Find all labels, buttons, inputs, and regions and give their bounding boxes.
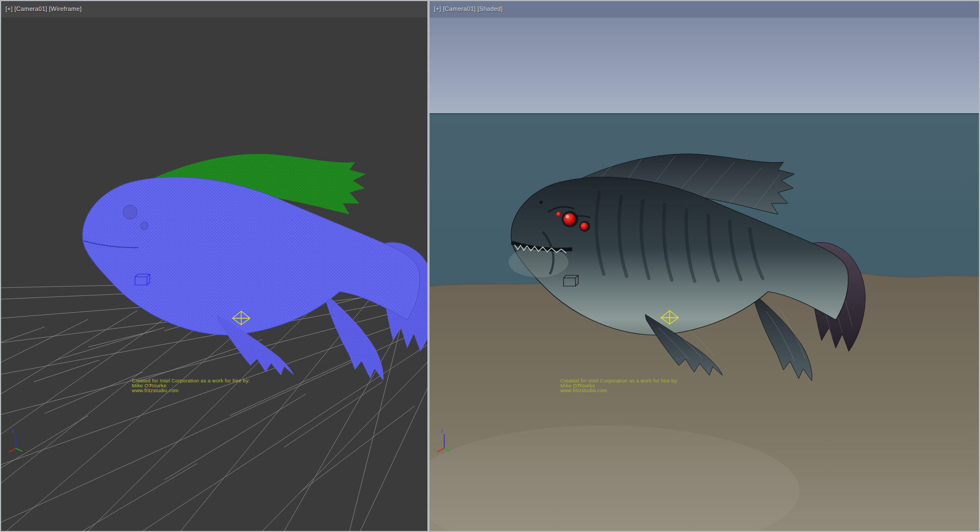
eye [123, 205, 137, 219]
viewport-shading-label[interactable]: [Shaded] [477, 5, 503, 12]
watermark-text: Created for Intel Corporation as a work … [132, 379, 250, 393]
eye-red-small [556, 212, 561, 217]
sky [430, 1, 979, 114]
viewport-shaded[interactable]: [+] [Camera01] [Shaded] Created for Inte… [430, 1, 979, 531]
watermark-line-3: www.fritzstudio.com [132, 388, 250, 393]
viewport-menu-button[interactable]: [+] [5, 5, 13, 12]
viewport-shading-label[interactable]: [Wireframe] [49, 5, 82, 12]
viewport-label: [+] [Camera01] [Shaded] [434, 5, 503, 12]
viewport-label: [+] [Camera01] [Wireframe] [5, 5, 82, 12]
shaded-scene-canvas[interactable] [430, 1, 979, 531]
viewport-wireframe[interactable]: [+] [Camera01] [Wireframe] Created for I… [1, 1, 427, 531]
horizon-line [430, 113, 979, 115]
eye-highlight [566, 215, 569, 218]
viewport-menu-button[interactable]: [+] [434, 5, 441, 12]
wireframe-scene-canvas[interactable] [1, 1, 427, 531]
eye-red-large [564, 213, 575, 225]
nostril [540, 201, 543, 204]
watermark-text: Created for Intel Corporation as a work … [560, 379, 678, 393]
viewport-pov-label[interactable]: [Camera01] [443, 5, 475, 12]
eye-red-medium [580, 222, 588, 230]
eye-small [140, 222, 148, 230]
viewport-pov-label[interactable]: [Camera01] [14, 5, 47, 12]
watermark-line-3: www.fritzstudio.com [560, 388, 678, 393]
viewport-layout: [+] [Camera01] [Wireframe] Created for I… [0, 0, 980, 532]
